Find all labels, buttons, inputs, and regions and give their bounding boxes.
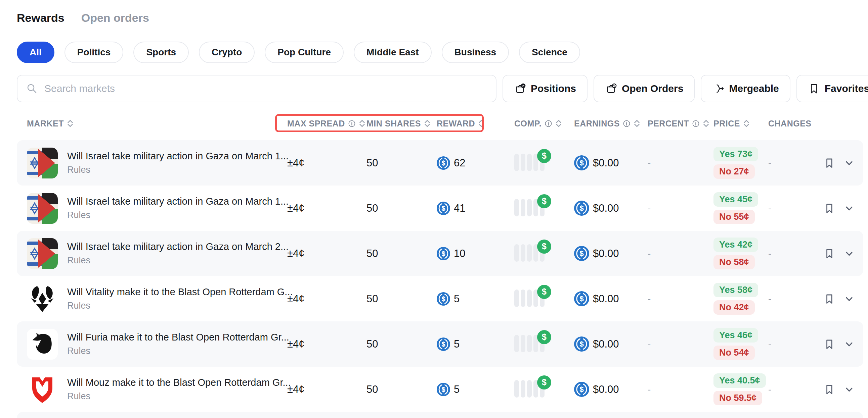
rules-link[interactable]: Rules [67, 255, 287, 266]
bookmark-icon[interactable] [824, 339, 835, 350]
search-box[interactable] [17, 75, 496, 102]
market-row[interactable]: Will Vitality make it to the Blast Open … [17, 276, 863, 321]
dollar-coin-icon: $ [537, 375, 551, 389]
earnings-value: $ $0.00 [574, 155, 648, 170]
category-pill-pop-culture[interactable]: Pop Culture [265, 42, 344, 63]
no-price-pill[interactable]: No 55¢ [713, 210, 755, 224]
bookmark-icon[interactable] [824, 157, 835, 169]
price-cell: Yes 46¢ No 54¢ [713, 328, 768, 360]
category-pill-politics[interactable]: Politics [64, 42, 124, 63]
no-price-pill[interactable]: No 42¢ [713, 300, 755, 315]
changes-value: - [768, 339, 812, 350]
min-shares-value: 50 [367, 157, 437, 169]
no-price-pill[interactable]: No 59.5¢ [713, 391, 762, 405]
usdc-icon: $ [574, 291, 589, 306]
rules-link[interactable]: Rules [67, 165, 287, 175]
market-row[interactable]: Will Furia make it to the Blast Open Rot… [17, 321, 863, 367]
chevron-down-icon[interactable] [844, 339, 855, 350]
category-pill-label: Business [455, 47, 496, 58]
rules-link[interactable]: Rules [67, 301, 287, 311]
changes-value: - [768, 203, 812, 214]
header-percent[interactable]: PERCENT [648, 119, 713, 129]
market-title[interactable]: Will Furia make it to the Blast Open Rot… [67, 332, 287, 343]
header-comp[interactable]: COMP. [514, 119, 574, 129]
bookmark-icon[interactable] [824, 293, 835, 305]
chevron-down-icon[interactable] [844, 203, 855, 214]
info-icon [692, 120, 700, 128]
israel-palestine-flags-icon [27, 193, 58, 224]
yes-price-pill[interactable]: Yes 58¢ [713, 283, 758, 297]
rules-link[interactable]: Rules [67, 210, 287, 220]
rules-link[interactable]: Rules [67, 391, 287, 402]
reward-value: $ 10 [437, 247, 514, 260]
header-reward[interactable]: REWARD [437, 119, 514, 129]
svg-text:$: $ [580, 204, 584, 212]
chevron-down-icon[interactable] [844, 384, 855, 395]
rules-link[interactable]: Rules [67, 346, 287, 356]
yes-price-pill[interactable]: Yes 42¢ [713, 238, 758, 252]
positions-label: Positions [531, 83, 576, 94]
market-title[interactable]: Will Israel take military action in Gaza… [67, 151, 287, 162]
bookmark-icon[interactable] [824, 248, 835, 259]
category-pill-label: Sports [146, 47, 176, 58]
svg-text:$: $ [441, 159, 445, 167]
mouz-logo-icon [27, 374, 58, 405]
category-pill-science[interactable]: Science [519, 42, 580, 63]
percent-value: - [648, 339, 713, 350]
category-pill-crypto[interactable]: Crypto [199, 42, 255, 63]
merge-arrow-icon [712, 82, 724, 95]
tab-rewards[interactable]: Rewards [17, 11, 64, 25]
usdc-icon: $ [574, 155, 589, 170]
category-pill-all[interactable]: All [17, 42, 54, 63]
yes-price-pill[interactable]: Yes 73¢ [713, 147, 758, 161]
row-actions [812, 384, 855, 395]
positions-button[interactable]: Positions [502, 75, 588, 102]
favorites-button[interactable]: Favorites [797, 75, 868, 102]
market-title[interactable]: Will Mouz make it to the Blast Open Rott… [67, 377, 287, 388]
header-market[interactable]: MARKET [27, 119, 287, 129]
mergeable-button[interactable]: Mergeable [701, 75, 790, 102]
no-price-pill[interactable]: No 54¢ [713, 346, 755, 360]
market-row[interactable]: Will Israel take military action in Gaza… [17, 140, 863, 185]
earnings-value: $ $0.00 [574, 337, 648, 352]
changes-value: - [768, 248, 812, 259]
market-row[interactable]: Will Mouz make it to the Blast Open Rott… [17, 367, 863, 412]
header-max-spread[interactable]: MAX SPREAD [287, 119, 367, 129]
open-orders-button[interactable]: Open Orders [594, 75, 695, 102]
changes-value: - [768, 384, 812, 395]
header-price[interactable]: PRICE [713, 119, 768, 129]
yes-price-pill[interactable]: Yes 46¢ [713, 328, 758, 343]
header-earnings[interactable]: EARNINGS [574, 119, 648, 129]
min-shares-value: 50 [367, 202, 437, 214]
category-pill-business[interactable]: Business [442, 42, 509, 63]
category-pill-middle-east[interactable]: Middle East [354, 42, 432, 63]
usdc-icon: $ [437, 292, 450, 306]
chevron-down-icon[interactable] [844, 248, 855, 259]
competition-indicator: $ [514, 154, 547, 172]
no-price-pill[interactable]: No 27¢ [713, 164, 755, 179]
sort-icon [703, 119, 709, 128]
chevron-down-icon[interactable] [844, 293, 855, 304]
bookmark-icon[interactable] [824, 384, 835, 395]
market-title[interactable]: Will Israel take military action in Gaza… [67, 196, 287, 207]
dollar-coin-icon: $ [537, 149, 551, 163]
min-shares-value: 50 [367, 383, 437, 395]
competition-indicator: $ [514, 199, 547, 218]
yes-price-pill[interactable]: Yes 40.5¢ [713, 373, 766, 388]
search-input[interactable] [44, 82, 487, 95]
svg-text:$: $ [441, 386, 445, 393]
no-price-pill[interactable]: No 58¢ [713, 255, 755, 269]
chevron-down-icon[interactable] [844, 158, 855, 168]
market-title[interactable]: Will Israel take military action in Gaza… [67, 241, 287, 252]
market-row[interactable]: Will Israel take military action in Gaza… [17, 231, 863, 276]
header-min-shares[interactable]: MIN SHARES [367, 119, 437, 129]
max-spread-value: ±4¢ [287, 338, 367, 350]
category-pill-sports[interactable]: Sports [133, 42, 189, 63]
table-header: MARKET MAX SPREAD MIN SHARES REWARD COMP… [17, 113, 863, 134]
market-row[interactable]: Will Israel take military action in Gaza… [17, 185, 863, 231]
tab-open-orders[interactable]: Open orders [81, 11, 149, 25]
yes-price-pill[interactable]: Yes 45¢ [713, 192, 758, 207]
market-title[interactable]: Will Vitality make it to the Blast Open … [67, 286, 287, 298]
bookmark-icon[interactable] [824, 203, 835, 214]
row-actions [812, 157, 855, 169]
